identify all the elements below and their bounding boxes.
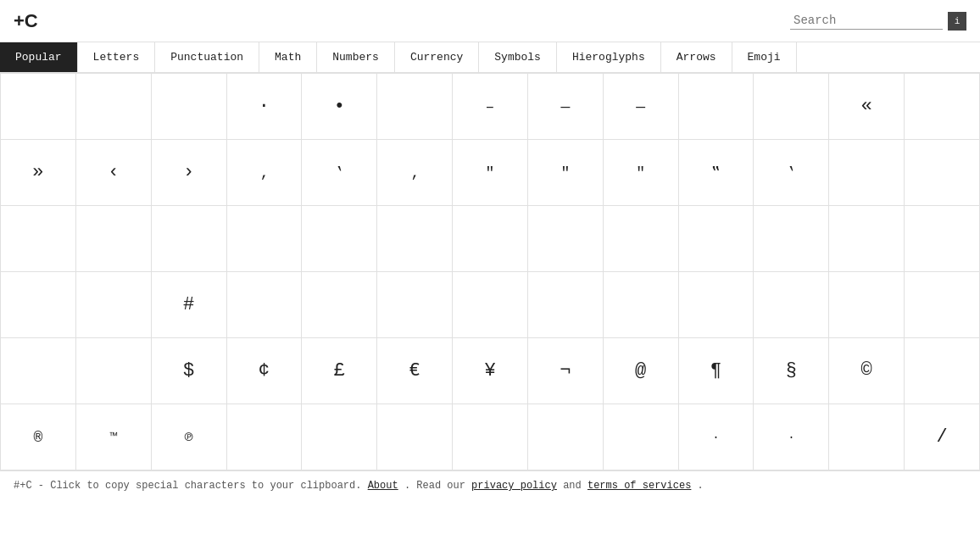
tab-letters[interactable]: Letters (78, 42, 156, 72)
search-button[interactable]: i (948, 12, 966, 31)
table-row (1, 272, 76, 338)
table-row (679, 206, 754, 272)
table-row (377, 404, 453, 470)
table-row (76, 74, 152, 140)
table-row[interactable]: ‹ (76, 140, 152, 206)
tab-symbols[interactable]: Symbols (479, 42, 557, 72)
table-row (227, 272, 303, 338)
table-row (528, 206, 604, 272)
table-row (377, 74, 453, 140)
table-row[interactable]: ‛ (754, 140, 829, 206)
table-row[interactable]: " (453, 140, 528, 206)
table-row (905, 206, 980, 272)
terms-of-services-link[interactable]: terms of services (587, 480, 691, 492)
search-wrapper: i (790, 12, 966, 31)
table-row (604, 272, 679, 338)
table-row (302, 272, 377, 338)
table-row[interactable]: · (754, 404, 829, 470)
table-row[interactable]: › (152, 140, 227, 206)
table-row[interactable]: ‚ (377, 140, 453, 206)
table-row[interactable]: £ (302, 338, 377, 404)
table-row (453, 206, 528, 272)
nav-tabs: Popular Letters Punctuation Math Numbers… (0, 42, 980, 73)
table-row[interactable]: · (227, 74, 303, 140)
table-row (302, 404, 377, 470)
footer-text-read: . Read our (404, 480, 465, 492)
table-row[interactable]: ℗ (152, 404, 227, 470)
tab-math[interactable]: Math (259, 42, 317, 72)
footer-text-prefix: #+C - Click to copy special characters t… (14, 480, 361, 492)
logo: +C (14, 10, 38, 32)
table-row[interactable]: ¢ (227, 338, 303, 404)
table-row[interactable]: $ (152, 338, 227, 404)
tab-arrows[interactable]: Arrows (661, 42, 732, 72)
table-row[interactable]: € (377, 338, 453, 404)
table-row[interactable]: © (829, 338, 905, 404)
table-row (1, 338, 76, 404)
table-row (679, 74, 754, 140)
table-row (754, 272, 829, 338)
table-row[interactable]: ‚ (227, 140, 303, 206)
table-row (76, 206, 152, 272)
table-row[interactable]: ™ (76, 404, 152, 470)
table-row[interactable]: ‟ (679, 140, 754, 206)
table-row[interactable]: / (905, 404, 980, 470)
table-row (76, 338, 152, 404)
table-row[interactable]: · (679, 404, 754, 470)
table-row (453, 272, 528, 338)
table-row[interactable]: ¥ (453, 338, 528, 404)
tab-hieroglyphs[interactable]: Hieroglyphs (557, 42, 661, 72)
table-row[interactable]: @ (604, 338, 679, 404)
tab-popular[interactable]: Popular (0, 42, 78, 72)
table-row (377, 206, 453, 272)
table-row (152, 206, 227, 272)
table-row[interactable]: ¶ (679, 338, 754, 404)
footer: #+C - Click to copy special characters t… (0, 470, 980, 500)
tab-punctuation[interactable]: Punctuation (155, 42, 259, 72)
table-row (604, 404, 679, 470)
privacy-policy-link[interactable]: privacy policy (471, 480, 557, 492)
table-row (528, 404, 604, 470)
table-row (679, 272, 754, 338)
table-row (227, 206, 303, 272)
table-row (1, 206, 76, 272)
footer-text-end: . (698, 480, 704, 492)
table-row (754, 206, 829, 272)
table-row (453, 404, 528, 470)
table-row[interactable]: ‛ (302, 140, 377, 206)
table-row[interactable]: – (453, 74, 528, 140)
table-row[interactable]: — (528, 74, 604, 140)
table-row (76, 272, 152, 338)
table-row (829, 272, 905, 338)
table-row (302, 206, 377, 272)
table-row[interactable]: « (829, 74, 905, 140)
table-row (905, 74, 980, 140)
tab-numbers[interactable]: Numbers (317, 42, 395, 72)
table-row[interactable]: » (1, 140, 76, 206)
table-row (1, 74, 76, 140)
table-row (905, 140, 980, 206)
character-grid: · • – — — « » ‹ › ‚ ‛ ‚ " " " ‟ ‛ # $ ¢ … (0, 73, 980, 470)
search-input[interactable] (790, 12, 943, 30)
table-row (754, 74, 829, 140)
table-row[interactable]: ® (1, 404, 76, 470)
table-row (905, 272, 980, 338)
table-row[interactable]: § (754, 338, 829, 404)
table-row[interactable]: " (528, 140, 604, 206)
table-row (604, 206, 679, 272)
table-row[interactable]: " (604, 140, 679, 206)
table-row[interactable]: # (152, 272, 227, 338)
about-link[interactable]: About (368, 480, 398, 492)
table-row[interactable]: — (604, 74, 679, 140)
header: +C i (0, 0, 980, 42)
table-row (377, 272, 453, 338)
table-row[interactable]: • (302, 74, 377, 140)
table-row (829, 404, 905, 470)
table-row (152, 74, 227, 140)
table-row (227, 404, 303, 470)
tab-currency[interactable]: Currency (395, 42, 479, 72)
footer-text-and: and (563, 480, 587, 492)
table-row[interactable]: ¬ (528, 338, 604, 404)
tab-emoji[interactable]: Emoji (732, 42, 797, 72)
table-row (528, 272, 604, 338)
